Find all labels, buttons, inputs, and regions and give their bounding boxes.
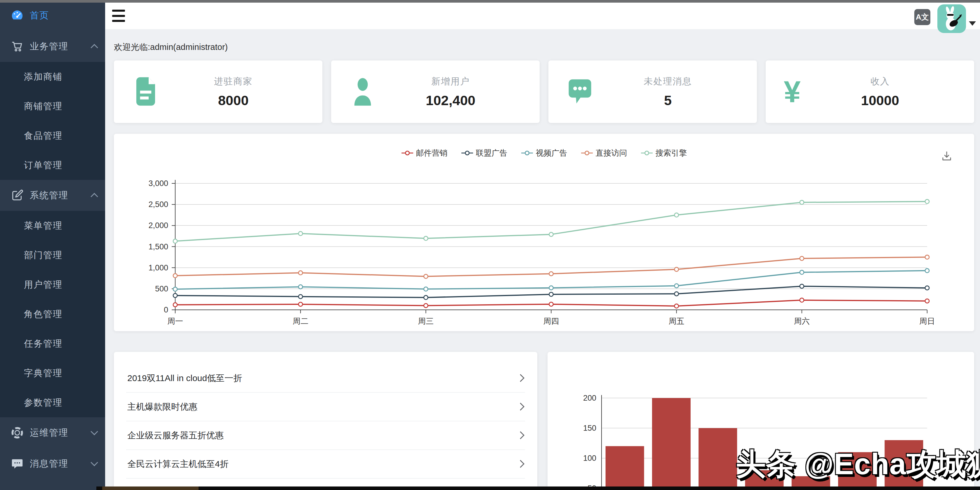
chevron-down-icon: [91, 428, 98, 435]
sidebar-subitem[interactable]: 角色管理: [0, 299, 105, 329]
sidebar-subitem[interactable]: 任务管理: [0, 329, 105, 358]
legend-item[interactable]: 直接访问: [581, 148, 627, 158]
sidebar-item-0[interactable]: 首页: [0, 0, 105, 31]
chevron-right-icon: [517, 374, 525, 382]
app-window: 首页业务管理添加商铺商铺管理食品管理订单管理系统管理菜单管理部门管理用户管理角色…: [0, 0, 980, 490]
submenu: 添加商铺商铺管理食品管理订单管理: [0, 62, 105, 180]
svg-text:周五: 周五: [669, 317, 684, 326]
avatar[interactable]: [937, 5, 966, 33]
sidebar-subitem[interactable]: 字典管理: [0, 358, 105, 388]
svg-text:3,000: 3,000: [148, 179, 168, 188]
chat-bubble-icon: [566, 76, 593, 108]
promo-item-3[interactable]: 全民云计算云主机低至4折: [126, 450, 525, 479]
sidebar-item-4[interactable]: 消息管理: [0, 448, 105, 479]
svg-text:100: 100: [583, 454, 596, 463]
stat-text: 新增用户102,400: [376, 75, 525, 108]
bottom-edge-tint: [102, 487, 199, 490]
promo-item-1[interactable]: 主机爆款限时优惠: [126, 393, 525, 422]
stat-value: 8000: [159, 92, 308, 108]
save-as-image-icon[interactable]: [940, 150, 953, 164]
svg-text:2,000: 2,000: [148, 221, 168, 230]
chevron-up-icon: [91, 44, 98, 51]
chevron-down-icon: [91, 459, 98, 466]
translate-icon[interactable]: A文: [914, 9, 931, 25]
chevron-right-icon: [517, 402, 525, 410]
stat-value: 10000: [801, 92, 959, 108]
stat-label: 收入: [801, 75, 959, 88]
stat-text: 收入10000: [801, 75, 959, 108]
promo-label: 2019双11All in cloud低至一折: [126, 372, 242, 384]
sidebar-item-1[interactable]: 业务管理: [0, 31, 105, 62]
promo-list-card: 2019双11All in cloud低至一折主机爆款限时优惠企业级云服务器五折…: [114, 352, 537, 490]
sidebar-item-2[interactable]: 系统管理: [0, 180, 105, 211]
promo-label: 全民云计算云主机低至4折: [126, 458, 229, 470]
stat-label: 新增用户: [376, 75, 525, 88]
sidebar-item-label: 首页: [30, 10, 49, 22]
hamburger-icon[interactable]: [112, 10, 125, 22]
legend-label: 视频广告: [536, 148, 567, 158]
legend-item[interactable]: 邮件营销: [401, 148, 448, 158]
legend-label: 直接访问: [596, 148, 627, 158]
watermark: 头条 @Echa攻城狮: [736, 444, 980, 484]
svg-text:周二: 周二: [293, 317, 309, 326]
yen-icon: ¥: [784, 76, 801, 107]
topbar: A文: [105, 3, 980, 29]
svg-text:150: 150: [583, 424, 596, 433]
sidebar-subitem[interactable]: 添加商铺: [0, 62, 105, 91]
user-icon: [349, 76, 376, 108]
welcome-text: 欢迎光临:admin(administrator): [114, 41, 228, 53]
stat-label: 未处理消息: [593, 75, 742, 88]
stat-value: 102,400: [376, 92, 525, 108]
legend-item[interactable]: 视频广告: [521, 148, 567, 158]
chevron-right-icon: [517, 460, 525, 468]
stat-value: 5: [593, 92, 742, 108]
line-chart-svg: 05001,0001,5002,0002,5003,000周一周二周三周四周五周…: [114, 134, 974, 332]
yen-icon: ¥: [784, 76, 801, 107]
rabbit-guitar-icon: [937, 5, 966, 33]
bottom-edge: [96, 487, 980, 490]
stat-card-3: ¥收入10000: [766, 60, 974, 123]
stat-card-1: 新增用户102,400: [331, 60, 539, 123]
stat-card-0: 进驻商家8000: [114, 60, 322, 123]
sidebar: 首页业务管理添加商铺商铺管理食品管理订单管理系统管理菜单管理部门管理用户管理角色…: [0, 0, 105, 490]
legend-label: 联盟广告: [476, 148, 508, 158]
sidebar-subitem[interactable]: 商铺管理: [0, 91, 105, 121]
sidebar-subitem[interactable]: 订单管理: [0, 150, 105, 180]
submenu: 菜单管理部门管理用户管理角色管理任务管理字典管理参数管理: [0, 211, 105, 417]
legend-item[interactable]: 搜索引擎: [641, 148, 687, 158]
legend-label: 搜索引擎: [655, 148, 687, 158]
svg-text:周三: 周三: [418, 317, 434, 326]
sidebar-subitem[interactable]: 菜单管理: [0, 211, 105, 240]
dashboard-icon: [11, 9, 30, 22]
svg-text:200: 200: [583, 394, 596, 402]
promo-item-0[interactable]: 2019双11All in cloud低至一折: [126, 364, 525, 393]
sidebar-subitem[interactable]: 参数管理: [0, 388, 105, 417]
legend-item[interactable]: 联盟广告: [461, 148, 508, 158]
edit-icon: [11, 189, 30, 202]
sidebar-subitem[interactable]: 用户管理: [0, 270, 105, 299]
legend-label: 邮件营销: [416, 148, 448, 158]
legend-marker-icon: [581, 150, 593, 156]
sidebar-subitem[interactable]: 食品管理: [0, 121, 105, 150]
sidebar-item-3[interactable]: 运维管理: [0, 417, 105, 448]
svg-text:0: 0: [164, 305, 168, 314]
cart-icon: [11, 40, 30, 53]
promo-label: 企业级云服务器五折优惠: [126, 430, 224, 442]
stat-label: 进驻商家: [159, 75, 308, 88]
sidebar-item-label: 运维管理: [30, 426, 68, 439]
legend-marker-icon: [641, 150, 653, 156]
sidebar-subitem[interactable]: 部门管理: [0, 240, 105, 270]
window-top-edge: [0, 0, 980, 3]
caret-down-icon[interactable]: [969, 21, 976, 26]
maintenance-icon: [11, 426, 30, 439]
chevron-right-icon: [517, 431, 525, 439]
promo-item-2[interactable]: 企业级云服务器五折优惠: [126, 422, 525, 450]
chart-legend: 邮件营销联盟广告视频广告直接访问搜索引擎: [114, 148, 974, 158]
stat-text: 未处理消息5: [593, 75, 742, 108]
sidebar-item-label: 业务管理: [30, 40, 68, 52]
svg-text:500: 500: [155, 285, 168, 293]
legend-marker-icon: [461, 150, 473, 156]
legend-marker-icon: [521, 150, 533, 156]
sidebar-menu: 首页业务管理添加商铺商铺管理食品管理订单管理系统管理菜单管理部门管理用户管理角色…: [0, 0, 105, 479]
stat-text: 进驻商家8000: [159, 75, 308, 108]
